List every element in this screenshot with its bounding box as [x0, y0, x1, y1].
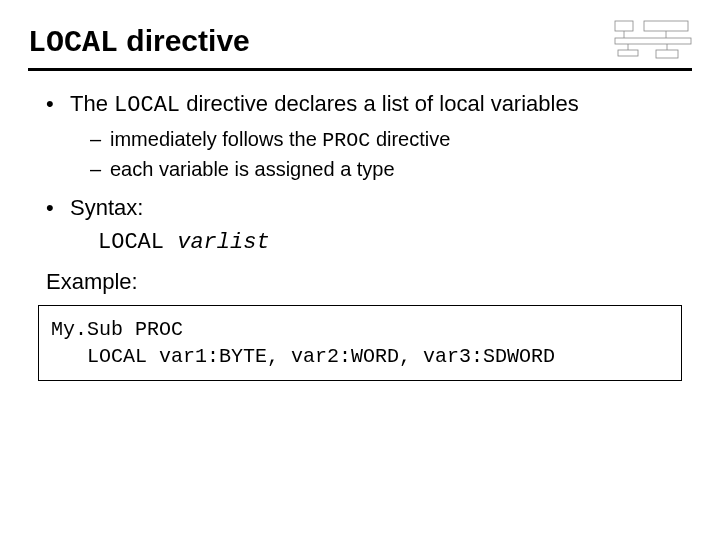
- sub-1a-pre: immediately follows the: [110, 128, 322, 150]
- sub-1a-kw: PROC: [322, 129, 370, 152]
- cpu-diagram-icon: [614, 20, 692, 62]
- sub-1a-post: directive: [370, 128, 450, 150]
- svg-rect-5: [656, 50, 678, 58]
- sub-list-1: immediately follows the PROC directive e…: [70, 125, 692, 183]
- sub-1a: immediately follows the PROC directive: [90, 125, 692, 155]
- slide-title: LOCAL directive: [28, 24, 250, 60]
- code-example-box: My.Sub PROC LOCAL var1:BYTE, var2:WORD, …: [38, 305, 682, 381]
- syntax-line: LOCAL varlist: [28, 228, 692, 255]
- syntax-varlist: varlist: [177, 230, 269, 255]
- main-bullets: The LOCAL directive declares a list of l…: [28, 89, 692, 222]
- sub-1b-pre: each variable is assigned a type: [110, 158, 395, 180]
- syntax-keyword: LOCAL: [98, 230, 177, 255]
- bullet-1-post: directive declares a list of local varia…: [180, 91, 579, 116]
- svg-rect-1: [644, 21, 688, 31]
- svg-rect-2: [615, 38, 691, 44]
- bullet-2: Syntax:: [46, 193, 692, 223]
- bullet-1: The LOCAL directive declares a list of l…: [46, 89, 692, 183]
- title-rest: directive: [118, 24, 250, 57]
- title-keyword: LOCAL: [28, 26, 118, 60]
- slide-header: LOCAL directive: [28, 24, 692, 71]
- example-label: Example:: [28, 269, 692, 295]
- sub-1b: each variable is assigned a type: [90, 155, 692, 183]
- bullet-1-pre: The: [70, 91, 114, 116]
- svg-rect-0: [615, 21, 633, 31]
- svg-rect-8: [618, 50, 638, 56]
- bullet-2-pre: Syntax:: [70, 195, 143, 220]
- bullet-1-kw: LOCAL: [114, 93, 180, 118]
